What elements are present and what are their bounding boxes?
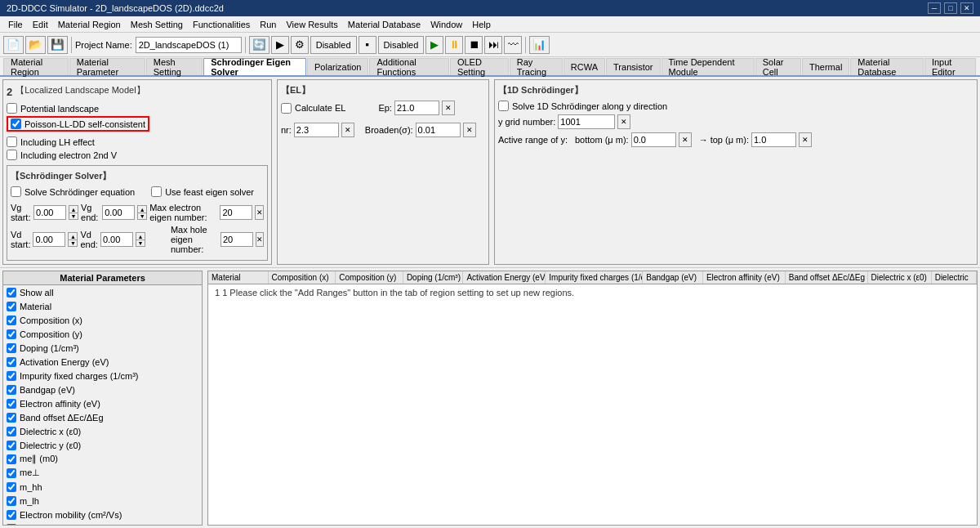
vd-end-up[interactable]: ▲ <box>136 232 145 239</box>
stop-button[interactable]: ⏸ <box>445 36 463 54</box>
tab-material-region[interactable]: Material Region <box>3 58 69 75</box>
menu-help[interactable]: Help <box>467 18 496 31</box>
pause-button[interactable]: ⏹ <box>465 36 483 54</box>
tab-additional-functions[interactable]: Additional Functions <box>369 58 448 75</box>
broaden-input[interactable] <box>416 123 461 137</box>
y-grid-input[interactable] <box>558 114 615 129</box>
tab-transistor[interactable]: Transistor <box>606 58 661 75</box>
table-body[interactable]: 1 1 Please click the "Add Ranges" button… <box>208 284 977 525</box>
disabled-btn-1[interactable]: Disabled <box>310 36 357 54</box>
project-name-input[interactable] <box>136 37 242 53</box>
param-show-all[interactable]: Show all <box>3 285 202 299</box>
param-doping-checkbox[interactable] <box>7 343 16 353</box>
vg-end-down[interactable]: ▼ <box>137 213 147 220</box>
forward-button[interactable]: ⏭ <box>484 36 502 54</box>
param-me-perp[interactable]: me⊥ <box>3 466 202 480</box>
y-grid-clear[interactable]: ✕ <box>617 114 630 129</box>
max-electron-input[interactable] <box>220 205 252 220</box>
param-composition-x-checkbox[interactable] <box>7 315 16 325</box>
save-button[interactable]: 💾 <box>47 36 68 54</box>
tab-ray-tracing[interactable]: Ray Tracing <box>510 58 563 75</box>
vg-start-input[interactable] <box>33 205 66 220</box>
tab-polarization[interactable]: Polarization <box>307 58 368 75</box>
settings-button[interactable]: ⚙ <box>291 36 309 54</box>
nr-input[interactable] <box>294 123 339 137</box>
solve-1d-checkbox[interactable] <box>498 101 509 111</box>
potential-landscape-checkbox[interactable] <box>7 103 17 114</box>
param-dielectric-x-checkbox[interactable] <box>7 427 16 436</box>
tab-input-editor[interactable]: Input Editor <box>924 58 976 75</box>
bottom-input[interactable] <box>631 132 676 147</box>
menu-file[interactable]: File <box>3 18 28 31</box>
wave-button[interactable]: 〰 <box>504 36 522 54</box>
menu-run[interactable]: Run <box>255 18 281 31</box>
vg-end-up[interactable]: ▲ <box>137 205 147 213</box>
play-button[interactable]: ▶ <box>271 36 289 54</box>
param-composition-y-checkbox[interactable] <box>7 329 16 339</box>
param-m-lh[interactable]: m_lh <box>3 494 202 508</box>
param-hole-mobility[interactable]: Hole mobility (cm²/Vs) <box>3 521 202 525</box>
param-bandgap-checkbox[interactable] <box>7 385 16 395</box>
tab-material-database[interactable]: Material Database <box>850 58 924 75</box>
top-input[interactable] <box>751 132 796 147</box>
vg-start-up[interactable]: ▲ <box>69 205 78 213</box>
material-params-list[interactable]: Show all Material Composition (x) Compos… <box>3 285 202 525</box>
vd-end-input[interactable] <box>100 232 133 247</box>
param-material[interactable]: Material <box>3 299 202 313</box>
vd-start-down[interactable]: ▼ <box>68 239 78 247</box>
param-composition-y[interactable]: Composition (y) <box>3 327 202 341</box>
bottom-clear[interactable]: ✕ <box>679 132 692 147</box>
param-bandgap[interactable]: Bandgap (eV) <box>3 383 202 396</box>
nr-clear[interactable]: ✕ <box>341 123 354 137</box>
param-me-perp-checkbox[interactable] <box>7 468 16 478</box>
menu-material-database[interactable]: Material Database <box>343 18 425 31</box>
run-button[interactable]: ▶ <box>425 36 443 54</box>
max-hole-input[interactable] <box>220 232 253 247</box>
param-band-offset[interactable]: Band offset ΔEc/ΔEg <box>3 410 202 424</box>
ep-clear[interactable]: ✕ <box>442 101 455 115</box>
chart-button[interactable]: 📊 <box>529 36 550 54</box>
param-activation-energy[interactable]: Activation Energy (eV) <box>3 355 202 369</box>
param-electron-mobility-checkbox[interactable] <box>7 510 16 520</box>
param-electron-mobility[interactable]: Electron mobility (cm²/Vs) <box>3 508 202 521</box>
broaden-clear[interactable]: ✕ <box>463 123 476 137</box>
vd-start-input[interactable] <box>33 232 65 247</box>
param-hole-mobility-checkbox[interactable] <box>7 524 16 526</box>
tab-material-parameter[interactable]: Material Parameter <box>69 58 145 75</box>
tab-thermal[interactable]: Thermal <box>802 58 849 75</box>
menu-view-results[interactable]: View Results <box>281 18 342 31</box>
param-composition-x[interactable]: Composition (x) <box>3 313 202 327</box>
open-button[interactable]: 📂 <box>25 36 46 54</box>
solve-schrodinger-checkbox[interactable] <box>11 186 21 197</box>
param-m-hh[interactable]: m_hh <box>3 480 202 494</box>
tab-solar-cell[interactable]: Solar Cell <box>755 58 801 75</box>
param-activation-energy-checkbox[interactable] <box>7 357 16 367</box>
menu-material-region[interactable]: Material Region <box>53 18 126 31</box>
param-me-parallel[interactable]: me∥ (m0) <box>3 452 202 466</box>
poisson-ll-dd-checkbox[interactable] <box>11 119 21 129</box>
ep-input[interactable] <box>394 101 439 115</box>
menu-window[interactable]: Window <box>425 18 467 31</box>
menu-edit[interactable]: Edit <box>28 18 53 31</box>
max-electron-clear[interactable]: ✕ <box>255 205 264 220</box>
close-button[interactable]: ✕ <box>960 2 973 14</box>
tab-rcwa[interactable]: RCWA <box>564 58 605 75</box>
tab-oled-setting[interactable]: OLED Setting <box>450 58 509 75</box>
vd-start-up[interactable]: ▲ <box>68 232 78 239</box>
vg-start-down[interactable]: ▼ <box>69 213 78 220</box>
icon-btn-1[interactable]: ▪ <box>359 36 376 54</box>
param-material-checkbox[interactable] <box>7 302 16 311</box>
refresh-button[interactable]: 🔄 <box>249 36 270 54</box>
param-impurity-charges-checkbox[interactable] <box>7 371 16 381</box>
tab-mesh-setting[interactable]: Mesh Setting <box>146 58 203 75</box>
max-hole-clear[interactable]: ✕ <box>256 232 264 247</box>
top-clear[interactable]: ✕ <box>799 132 812 147</box>
param-electron-affinity[interactable]: Electron affinity (eV) <box>3 396 202 410</box>
tab-time-dependent[interactable]: Time Dependent Module <box>662 58 755 75</box>
param-band-offset-checkbox[interactable] <box>7 413 16 423</box>
new-button[interactable]: 📄 <box>3 36 24 54</box>
param-m-lh-checkbox[interactable] <box>7 496 16 506</box>
param-electron-affinity-checkbox[interactable] <box>7 399 16 409</box>
menu-functionalities[interactable]: Functionalities <box>188 18 255 31</box>
param-dielectric-y-checkbox[interactable] <box>7 441 16 450</box>
